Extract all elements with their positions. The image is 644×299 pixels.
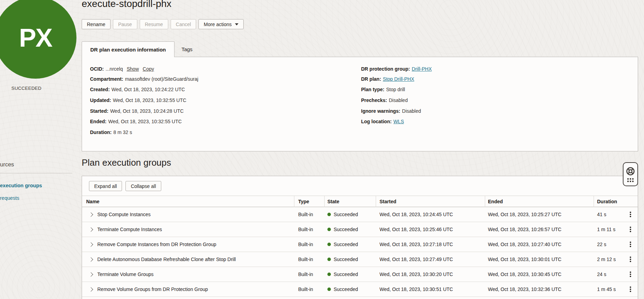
expand-row-button[interactable]: [86, 267, 95, 282]
plan-execution-groups-panel: Expand all Collapse all Name Type State …: [82, 176, 638, 299]
dr-protection-group-link[interactable]: Drill-PHX: [412, 66, 432, 72]
column-separator: [594, 196, 594, 207]
help-lifering-button[interactable]: [626, 167, 635, 176]
lifering-icon: [626, 167, 635, 176]
row-type: Built-in: [298, 207, 313, 222]
column-separator: [485, 196, 485, 207]
apps-grid-button[interactable]: [627, 178, 634, 182]
column-header-state: State: [327, 196, 339, 207]
floating-launcher-widget: [623, 162, 638, 186]
expand-row-button[interactable]: [86, 237, 95, 252]
field-created-value: Wed, Oct 18, 2023, 10:24:22 UTC: [112, 87, 185, 92]
chevron-right-icon: [89, 287, 93, 292]
avatar: PX: [0, 0, 76, 79]
column-header-type: Type: [298, 196, 309, 207]
row-type: Built-in: [298, 237, 313, 252]
expand-all-button[interactable]: Expand all: [89, 181, 122, 191]
collapse-all-button[interactable]: Collapse all: [125, 181, 161, 191]
field-duration-value: 8 m 32 s: [113, 129, 132, 135]
column-header-started: Started: [380, 196, 396, 207]
row-name: Remove Compute Instances from DR Protect…: [97, 237, 216, 252]
field-ocid: OCID: ...nrcelq Show Copy: [90, 66, 154, 72]
more-actions-label: More actions: [204, 22, 231, 27]
sidebar-item-plan-execution-groups[interactable]: execution groups: [0, 183, 42, 188]
table-header: Name Type State Started Ended Duration: [82, 196, 638, 207]
ocid-show-link[interactable]: Show: [127, 66, 139, 72]
state-label: Succeeded: [334, 257, 358, 262]
status-badge: SUCCEEDED: [0, 86, 53, 91]
field-compartment-value: maasoftdev (root)/SiteGuard/suraj: [125, 76, 198, 82]
expand-row-button[interactable]: [86, 207, 95, 222]
field-ocid-value: ...nrcelq: [106, 66, 123, 72]
row-started: Wed, Oct 18, 2023, 10:27:49 UTC: [380, 252, 453, 267]
state-label: Succeeded: [334, 286, 358, 292]
row-started: Wed, Oct 18, 2023, 10:30:51 UTC: [380, 282, 453, 297]
table-row: Remove Volume Groups from DR Protection …: [82, 282, 638, 297]
sidebar-divider: [0, 173, 72, 173]
field-prechecks-value: Disabled: [389, 97, 408, 103]
field-updated-label: Updated:: [90, 97, 111, 103]
success-dot-icon: [327, 258, 331, 261]
log-location-link[interactable]: WLS: [393, 119, 404, 124]
tab-tags[interactable]: Tags: [174, 41, 199, 57]
chevron-right-icon: [89, 257, 93, 262]
dr-plan-link[interactable]: Stop Drill-PHX: [383, 76, 414, 82]
success-dot-icon: [327, 273, 331, 276]
row-actions-kebab[interactable]: [626, 282, 635, 297]
row-duration: 1 m 11 s: [597, 222, 616, 237]
more-actions-button[interactable]: More actions: [198, 19, 243, 29]
state-label: Succeeded: [334, 272, 358, 277]
field-duration: Duration: 8 m 32 s: [90, 129, 132, 135]
action-button-bar: Rename Pause Resume Cancel More actions: [82, 19, 244, 29]
expand-row-button[interactable]: [86, 282, 95, 297]
row-actions-kebab[interactable]: [626, 237, 635, 252]
row-actions-kebab[interactable]: [626, 267, 635, 282]
row-duration: 1 m 45 s: [597, 282, 616, 297]
chevron-right-icon: [89, 212, 93, 217]
resume-button: Resume: [140, 19, 168, 29]
expand-row-button[interactable]: [86, 222, 95, 237]
field-started: Started: Wed, Oct 18, 2023, 10:24:28 UTC: [90, 108, 184, 114]
field-ignore-warnings: Ignore warnings: Disabled: [361, 108, 421, 114]
page-title: execute-stopdrill-phx: [82, 0, 171, 9]
expand-row-button[interactable]: [86, 252, 95, 267]
tab-dr-plan-execution-information[interactable]: DR plan execution information: [82, 41, 174, 57]
row-started: Wed, Oct 18, 2023, 10:27:18 UTC: [380, 237, 453, 252]
column-separator: [324, 196, 325, 207]
row-started: Wed, Oct 18, 2023, 10:24:45 UTC: [380, 207, 453, 222]
rename-button[interactable]: Rename: [82, 19, 111, 29]
column-header-name: Name: [86, 196, 99, 207]
table-row: Terminate Compute Instances Built-in Suc…: [82, 222, 638, 237]
row-name: Terminate Volume Groups: [97, 267, 154, 282]
row-name: Delete Autonomous Database Refreshable C…: [97, 252, 236, 267]
row-actions-kebab[interactable]: [626, 222, 635, 237]
chevron-right-icon: [89, 227, 93, 232]
row-ended: Wed, Oct 18, 2023, 10:25:27 UTC: [488, 207, 561, 222]
field-plan-type-label: Plan type:: [361, 87, 384, 92]
sidebar-item-work-requests[interactable]: requests: [0, 195, 19, 201]
row-state: Succeeded: [327, 207, 358, 222]
field-created-label: Created:: [90, 87, 110, 92]
success-dot-icon: [327, 228, 331, 231]
field-duration-label: Duration:: [90, 129, 112, 135]
row-duration: 22 s: [597, 237, 606, 252]
field-created: Created: Wed, Oct 18, 2023, 10:24:22 UTC: [90, 86, 185, 93]
table-row: Remove Compute Instances from DR Protect…: [82, 237, 638, 252]
sidebar-resources-heading: urces: [0, 161, 14, 168]
plan-execution-groups-heading: Plan execution groups: [82, 157, 171, 168]
state-label: Succeeded: [334, 227, 358, 232]
column-header-duration: Duration: [597, 196, 617, 207]
row-type: Built-in: [298, 222, 313, 237]
field-plan-type: Plan type: Stop drill: [361, 86, 405, 93]
ocid-copy-link[interactable]: Copy: [143, 66, 154, 72]
field-ignore-warnings-value: Disabled: [402, 108, 421, 114]
dr-plan-execution-page: PX SUCCEEDED execute-stopdrill-phx Renam…: [0, 0, 644, 299]
field-prechecks: Prechecks: Disabled: [361, 97, 408, 103]
grid-dots-icon: [627, 178, 634, 182]
table-row: Terminate Volume Groups Built-in Succeed…: [82, 267, 638, 282]
table-row: Stop Compute Instances Built-in Succeede…: [82, 207, 638, 222]
row-actions-kebab[interactable]: [626, 207, 635, 222]
table-row: Delete Autonomous Database Refreshable C…: [82, 252, 638, 267]
row-name: Stop Compute Instances: [97, 207, 150, 222]
row-actions-kebab[interactable]: [626, 252, 635, 267]
